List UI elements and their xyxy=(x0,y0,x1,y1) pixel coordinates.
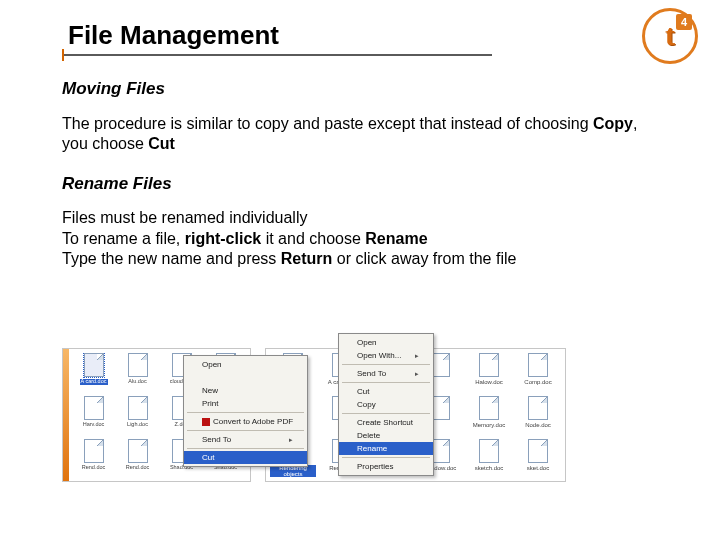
menu-item[interactable]: Open With... xyxy=(339,349,433,362)
doc-icon xyxy=(128,396,148,420)
subhead-moving: Moving Files xyxy=(62,78,660,100)
file-item: Rend.doc xyxy=(117,439,158,479)
file-label: A card.doc xyxy=(80,379,108,385)
menu-item[interactable]: Cut xyxy=(339,385,433,398)
menu-item[interactable]: Rename xyxy=(339,442,433,455)
file-item: Ligh.doc xyxy=(117,396,158,436)
file-item: Comp.doc xyxy=(515,353,561,393)
file-label: Node.doc xyxy=(525,422,551,428)
menu-item[interactable]: Send To xyxy=(339,367,433,380)
file-label: Ligh.doc xyxy=(127,422,148,428)
logo-badge: 4 xyxy=(676,14,692,30)
menu-item[interactable]: Open xyxy=(184,358,307,371)
file-item: Halow.doc xyxy=(466,353,512,393)
page-title: File Management xyxy=(68,20,279,51)
doc-icon xyxy=(528,396,548,420)
doc-icon xyxy=(84,439,104,463)
screenshot-cut: A card.docAlu.doccloud.docDa.docHarv.doc… xyxy=(62,348,251,482)
menu-item[interactable]: Delete xyxy=(339,429,433,442)
menu-separator xyxy=(342,382,430,383)
doc-icon xyxy=(479,396,499,420)
orange-strip xyxy=(63,349,69,481)
title-tick xyxy=(62,49,64,61)
file-label: Alu.doc xyxy=(128,379,146,385)
logo-letter: t xyxy=(665,18,675,52)
file-item: Rend.doc xyxy=(73,439,114,479)
screenshot-rename: Al.docA card.docHalow.docComp.docMemory.… xyxy=(265,348,566,482)
file-label: sketch.doc xyxy=(475,465,504,471)
menu-separator xyxy=(187,412,304,413)
menu-item[interactable]: Copy xyxy=(339,398,433,411)
screenshots-row: A card.docAlu.doccloud.docDa.docHarv.doc… xyxy=(62,348,566,482)
brand-logo: t 4 xyxy=(642,8,698,64)
doc-icon xyxy=(479,439,499,463)
file-label: sket.doc xyxy=(527,465,549,471)
doc-icon xyxy=(128,439,148,463)
doc-icon xyxy=(84,353,104,377)
file-label: Rend.doc xyxy=(82,465,106,471)
file-label: Rend.doc xyxy=(126,465,150,471)
menu-separator xyxy=(187,430,304,431)
moving-paragraph: The procedure is similar to copy and pas… xyxy=(62,114,660,155)
context-menu-rename: OpenOpen With...Send ToCutCopyCreate Sho… xyxy=(338,333,434,476)
file-item: Memory.doc xyxy=(466,396,512,436)
doc-icon xyxy=(528,353,548,377)
menu-item[interactable]: Properties xyxy=(339,460,433,473)
file-label: Memory.doc xyxy=(473,422,506,428)
title-rule xyxy=(62,54,492,56)
context-menu-cut: Open NewPrintConvert to Adobe PDFSend To… xyxy=(183,355,308,467)
rename-paragraph: Files must be renamed individually To re… xyxy=(62,208,660,269)
file-item: sket.doc xyxy=(515,439,561,479)
file-item: A card.doc xyxy=(73,353,114,393)
file-label: Comp.doc xyxy=(524,379,551,385)
doc-icon xyxy=(528,439,548,463)
menu-item[interactable]: Create Shortcut xyxy=(339,416,433,429)
menu-separator xyxy=(187,448,304,449)
file-label: Harv.doc xyxy=(83,422,105,428)
file-item: Alu.doc xyxy=(117,353,158,393)
file-label: Halow.doc xyxy=(475,379,503,385)
doc-icon xyxy=(84,396,104,420)
menu-item[interactable] xyxy=(184,371,307,384)
subhead-rename: Rename Files xyxy=(62,173,660,195)
menu-item[interactable]: Cut xyxy=(184,451,307,464)
pdf-icon xyxy=(202,418,210,426)
menu-item[interactable]: Print xyxy=(184,397,307,410)
file-item: Node.doc xyxy=(515,396,561,436)
doc-icon xyxy=(479,353,499,377)
doc-icon xyxy=(128,353,148,377)
menu-separator xyxy=(342,457,430,458)
menu-separator xyxy=(342,413,430,414)
file-item: Harv.doc xyxy=(73,396,114,436)
menu-item[interactable]: Send To xyxy=(184,433,307,446)
menu-item[interactable]: Convert to Adobe PDF xyxy=(184,415,307,428)
menu-separator xyxy=(342,364,430,365)
menu-item[interactable]: Open xyxy=(339,336,433,349)
menu-item[interactable]: New xyxy=(184,384,307,397)
file-item: sketch.doc xyxy=(466,439,512,479)
body-content: Moving Files The procedure is similar to… xyxy=(62,78,660,288)
